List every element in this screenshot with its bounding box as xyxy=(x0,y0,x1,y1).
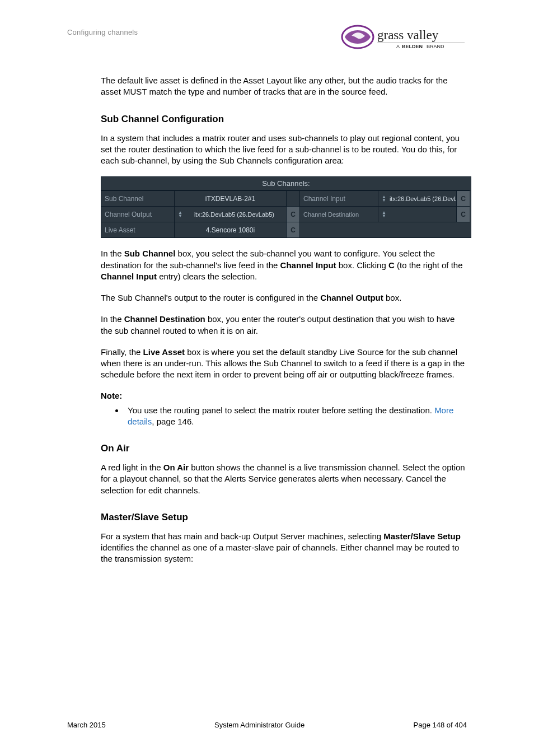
label-channel-input: Channel Input xyxy=(299,190,378,206)
note-label: Note: xyxy=(101,391,467,400)
svg-text:A: A xyxy=(396,44,400,49)
clear-channel-destination-button[interactable]: C xyxy=(456,206,470,222)
value-live-asset: 4.Sencore 1080i xyxy=(178,226,283,234)
footer-title: System Administrator Guide xyxy=(214,721,305,729)
select-live-asset[interactable]: 4.Sencore 1080i xyxy=(174,222,286,237)
spacer xyxy=(286,190,299,206)
onair-para: A red light in the On Air button shows t… xyxy=(101,462,467,496)
note-bullet: You use the routing panel to select the … xyxy=(124,405,467,428)
masterslave-para: For a system that has main and back-up O… xyxy=(101,531,467,565)
svg-text:BELDEN: BELDEN xyxy=(402,44,423,49)
subchannel-para1: In a system that includes a matrix route… xyxy=(101,133,467,167)
onair-heading: On Air xyxy=(101,443,467,454)
value-sub-channel: iTXDEVLAB-2#1 xyxy=(178,195,283,203)
select-channel-destination[interactable]: ▲▼ xyxy=(378,206,456,222)
clear-live-asset-button[interactable]: C xyxy=(286,222,299,237)
select-channel-input[interactable]: ▲▼ itx:26.DevLab5 (26.DevLab5) xyxy=(378,190,456,206)
subchannel-heading: Sub Channel Configuration xyxy=(101,114,467,125)
value-channel-output: itx:26.DevLab5 (26.DevLab5) xyxy=(186,211,283,218)
note-list: You use the routing panel to select the … xyxy=(101,405,467,428)
spinner-icon[interactable]: ▲▼ xyxy=(178,211,182,218)
subchannel-para2: In the Sub Channel box, you select the s… xyxy=(101,248,467,282)
value-channel-input: itx:26.DevLab5 (26.DevLab5) xyxy=(390,195,456,202)
spinner-icon[interactable]: ▲▼ xyxy=(382,195,386,202)
spacer xyxy=(299,222,470,237)
label-channel-destination: Channel Destination xyxy=(299,206,378,222)
subchannel-para4: In the Channel Destination box, you ente… xyxy=(101,314,467,337)
footer-page: Page 148 of 404 xyxy=(414,721,467,729)
brand-logo: grass valley A BELDEN BRAND xyxy=(338,22,467,55)
masterslave-heading: Master/Slave Setup xyxy=(101,512,467,523)
svg-text:BRAND: BRAND xyxy=(427,44,444,49)
subchannel-para3: The Sub Channel's output to the router i… xyxy=(101,292,467,304)
select-sub-channel[interactable]: iTXDEVLAB-2#1 xyxy=(174,190,286,206)
clear-channel-output-button[interactable]: C xyxy=(286,206,299,222)
header-section-label: Configuring channels xyxy=(67,22,138,36)
intro-paragraph: The default live asset is defined in the… xyxy=(101,75,467,98)
page-footer: March 2015 System Administrator Guide Pa… xyxy=(67,721,467,729)
svg-text:grass valley: grass valley xyxy=(377,28,439,42)
select-channel-output[interactable]: ▲▼ itx:26.DevLab5 (26.DevLab5) xyxy=(174,206,286,222)
subchannels-panel: Sub Channels: Sub Channel iTXDEVLAB-2#1 … xyxy=(101,176,471,238)
label-channel-output: Channel Output xyxy=(101,206,174,222)
label-sub-channel: Sub Channel xyxy=(101,190,174,206)
subchannel-para5: Finally, the Live Asset box is where you… xyxy=(101,347,467,381)
footer-date: March 2015 xyxy=(67,721,106,729)
page-header: Configuring channels grass valley A BELD… xyxy=(67,22,467,55)
grassvalley-logo-icon: grass valley A BELDEN BRAND xyxy=(338,22,467,55)
label-live-asset: Live Asset xyxy=(101,222,174,237)
panel-title: Sub Channels: xyxy=(101,177,471,190)
clear-channel-input-button[interactable]: C xyxy=(456,190,470,206)
spinner-icon[interactable]: ▲▼ xyxy=(382,211,386,218)
